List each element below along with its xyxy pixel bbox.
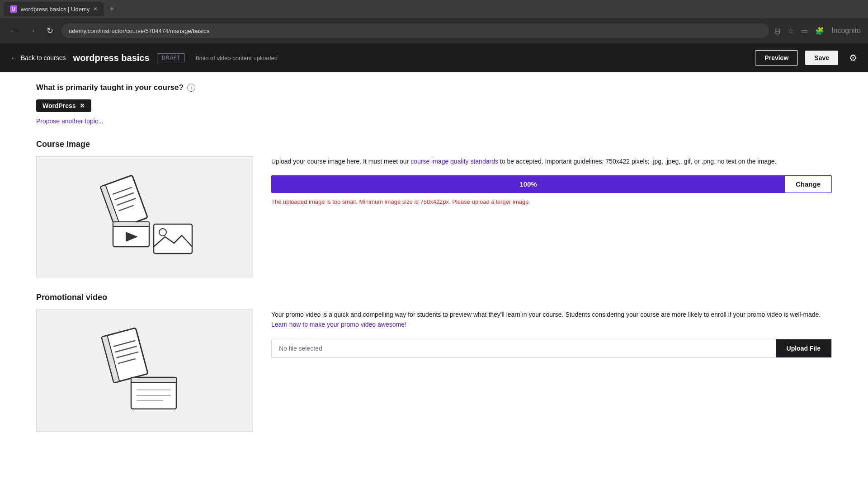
draft-badge: DRAFT xyxy=(157,53,185,62)
topic-section-header: What is primarily taught in your course?… xyxy=(36,72,832,92)
upload-file-button[interactable]: Upload File xyxy=(776,339,831,357)
topic-tag-container: WordPress ✕ xyxy=(36,99,832,112)
upload-progress-bar: 100% Change xyxy=(271,175,832,193)
course-image-description: Upload your course image here. It must m… xyxy=(271,156,832,166)
upload-status: 0min of video content uploaded xyxy=(196,55,278,61)
forward-browser-button[interactable]: → xyxy=(25,24,38,37)
tab-close-icon[interactable]: ✕ xyxy=(93,6,98,12)
tab-favicon: U xyxy=(10,5,17,13)
back-to-courses-link[interactable]: ← Back to courses xyxy=(11,54,66,61)
topic-section-title: What is primarily taught in your course? xyxy=(36,83,184,92)
bookmark-icon[interactable]: ☆ xyxy=(788,27,794,35)
browser-nav: ← → ↻ udemy.com/instructor/course/578447… xyxy=(0,18,868,43)
promo-video-description: Your promo video is a quick and compelli… xyxy=(271,310,832,330)
back-to-courses-label: Back to courses xyxy=(21,54,66,61)
promo-video-desc-text: Your promo video is a quick and compelli… xyxy=(271,311,821,318)
promo-video-learn-link[interactable]: Learn how to make your promo video aweso… xyxy=(271,321,406,328)
topic-info-icon[interactable]: i xyxy=(187,84,195,92)
preview-button[interactable]: Preview xyxy=(755,50,798,66)
promo-video-row: Your promo video is a quick and compelli… xyxy=(36,310,832,432)
svg-rect-18 xyxy=(131,377,176,383)
course-image-desc-text2: to be accepted. Important guidelines: 75… xyxy=(498,158,777,165)
propose-topic-link[interactable]: Propose another topic... xyxy=(36,117,104,125)
promo-video-info: Your promo video is a quick and compelli… xyxy=(271,310,832,358)
course-image-row: Upload your course image here. It must m… xyxy=(36,156,832,278)
course-image-illustration xyxy=(86,163,203,272)
main-content: What is primarily taught in your course?… xyxy=(0,72,868,488)
settings-icon[interactable]: ⚙ xyxy=(849,52,857,63)
bottom-spacer xyxy=(36,432,832,450)
extensions-icon[interactable]: 🧩 xyxy=(815,27,824,35)
browser-tabs: U wordpress basics | Udemy ✕ + xyxy=(0,0,868,18)
topic-tag-label: WordPress xyxy=(42,102,76,109)
address-bar[interactable]: udemy.com/instructor/course/5784474/mana… xyxy=(61,23,769,38)
promo-video-placeholder xyxy=(36,310,253,432)
svg-rect-9 xyxy=(154,224,192,253)
topic-tag-remove-icon[interactable]: ✕ xyxy=(80,102,85,109)
back-browser-button[interactable]: ← xyxy=(7,24,20,37)
profile-icon[interactable]: ▭ xyxy=(801,27,808,35)
app-header: ← Back to courses wordpress basics DRAFT… xyxy=(0,43,868,72)
promo-video-section: Promotional video xyxy=(36,293,832,432)
topic-tag: WordPress ✕ xyxy=(36,99,91,112)
progress-fill: 100% xyxy=(272,176,785,192)
course-image-quality-link[interactable]: course image quality standards xyxy=(410,158,498,165)
active-tab[interactable]: U wordpress basics | Udemy ✕ xyxy=(4,2,104,16)
svg-rect-7 xyxy=(113,222,149,226)
change-image-button[interactable]: Change xyxy=(785,176,831,192)
course-image-info: Upload your course image here. It must m… xyxy=(271,156,832,206)
course-image-placeholder xyxy=(36,156,253,278)
course-title: wordpress basics xyxy=(73,53,150,63)
cast-icon[interactable]: ⊟ xyxy=(774,27,780,35)
image-error-text: The uploaded image is too small. Minimum… xyxy=(271,197,832,206)
browser-nav-icons: ⊟ ☆ ▭ 🧩 Incognito xyxy=(774,27,861,35)
tab-title: wordpress basics | Udemy xyxy=(21,6,90,13)
save-button[interactable]: Save xyxy=(805,51,838,65)
browser-chrome: U wordpress basics | Udemy ✕ + ← → ↻ ude… xyxy=(0,0,868,43)
no-file-label: No file selected xyxy=(272,339,776,357)
promo-video-title: Promotional video xyxy=(36,293,832,302)
back-arrow-icon: ← xyxy=(11,54,17,61)
course-image-desc-text1: Upload your course image here. It must m… xyxy=(271,158,410,165)
new-tab-button[interactable]: + xyxy=(106,5,118,14)
file-upload-row: No file selected Upload File xyxy=(271,339,832,358)
url-text: udemy.com/instructor/course/5784474/mana… xyxy=(69,28,209,34)
incognito-label: Incognito xyxy=(831,27,861,35)
reload-button[interactable]: ↻ xyxy=(43,24,56,37)
course-image-section: Course image xyxy=(36,140,832,278)
course-image-title: Course image xyxy=(36,140,832,149)
promo-video-illustration xyxy=(86,316,203,425)
